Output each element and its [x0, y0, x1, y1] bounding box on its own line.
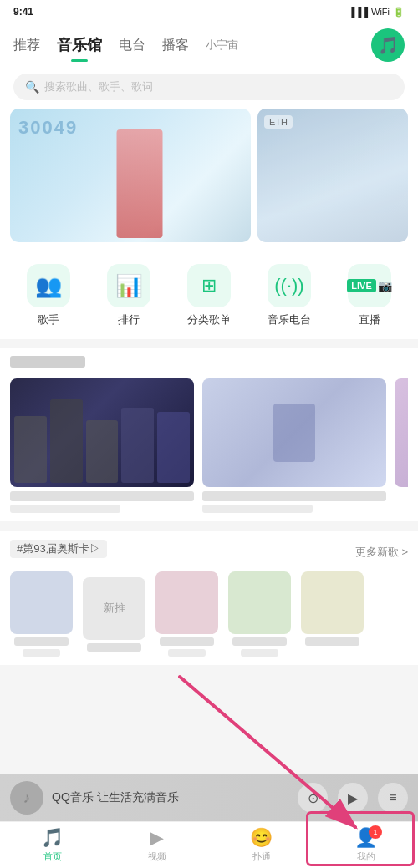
np-album-icon: ♪: [23, 789, 31, 807]
video-icon: ▶: [150, 827, 164, 849]
banner-tag: ETH: [264, 115, 293, 129]
nav-avatar[interactable]: 🎵: [371, 28, 405, 62]
status-time: 9:41: [13, 6, 33, 18]
video-thumb-2: [202, 378, 386, 487]
np-play-icon: ▶: [348, 790, 358, 806]
music-item-3[interactable]: [228, 571, 291, 657]
quick-icon-rank[interactable]: 📊 排行: [107, 264, 150, 327]
banner-main[interactable]: 30049: [10, 109, 251, 242]
top-nav: 推荐 音乐馆 电台 播客 小宇宙 🎵: [0, 23, 418, 67]
hashtag-label: #第93届奥斯卡▷: [10, 540, 107, 558]
fig-5: [157, 412, 190, 483]
rank-icon-circle: 📊: [107, 264, 150, 307]
music-thumb-2: [155, 571, 218, 634]
video-label: 视频: [148, 850, 166, 863]
np-play-button[interactable]: ▶: [338, 783, 368, 813]
video-sub-1-blurred: [10, 505, 120, 513]
banner-side-inner: ETH: [257, 109, 408, 242]
tab-video[interactable]: ▶ 视频: [104, 827, 209, 863]
quick-icon-music-radio[interactable]: ((·)) 音乐电台: [268, 264, 311, 327]
video-sub-2-blurred: [202, 505, 313, 513]
hashtag-section: #第93届奥斯卡▷ 更多新歌 > 新推: [0, 531, 418, 665]
playlist-icon: ⊞: [201, 275, 217, 297]
banner-figure: [117, 129, 163, 238]
music-radio-icon-circle: ((·)): [268, 264, 311, 307]
section-title-blurred: [10, 356, 85, 368]
music-item-new[interactable]: 新推: [83, 571, 145, 657]
music-label-3: [232, 637, 287, 646]
tab-boke[interactable]: 播客: [162, 33, 189, 58]
video-section: [0, 348, 418, 521]
music-thumb-1: [10, 571, 73, 634]
video-card-1-text: [10, 491, 194, 513]
fig-1: [14, 416, 47, 483]
section-divider-2: [0, 521, 418, 530]
tab-radio[interactable]: 电台: [119, 33, 145, 58]
np-queue-button[interactable]: ≡: [378, 783, 408, 813]
video-card-2[interactable]: [202, 378, 386, 513]
rank-label: 排行: [118, 312, 140, 327]
live-icon: LIVE: [347, 279, 375, 292]
music-sublabel-3: [241, 649, 278, 657]
section-divider-1: [0, 339, 418, 348]
home-icon: 🎵: [41, 827, 64, 849]
tab-putong[interactable]: 😊 扑通: [209, 827, 314, 863]
music-label-new: [87, 643, 141, 652]
tab-subtitle: 小宇宙: [206, 38, 238, 53]
music-label-4: [305, 637, 359, 646]
mine-badge-wrap: 👤 1: [354, 827, 377, 849]
now-playing-bar[interactable]: ♪ QQ音乐 让生活充满音乐 ⊙ ▶ ≡: [0, 774, 418, 821]
banner-overlay-text: 30049: [18, 117, 78, 139]
search-input-wrap[interactable]: 🔍 搜索歌曲、歌手、歌词: [13, 74, 405, 100]
music-radio-label: 音乐电台: [268, 312, 311, 327]
video-card-2-text: [202, 491, 386, 513]
tab-home[interactable]: 🎵 首页: [0, 827, 104, 863]
np-queue-icon: ≡: [389, 790, 396, 805]
np-title: QQ音乐 让生活充满音乐: [52, 790, 289, 805]
fig-2: [50, 399, 83, 483]
nav-tabs: 推荐 音乐馆 电台 播客 小宇宙: [13, 32, 238, 58]
music-label-2: [160, 637, 214, 646]
music-sublabel-1: [23, 649, 60, 657]
video-card-3[interactable]: [395, 378, 408, 513]
tab-recommend[interactable]: 推荐: [13, 33, 40, 58]
putong-icon: 😊: [250, 827, 273, 849]
quick-icon-live[interactable]: LIVE 📷 直播: [348, 264, 391, 327]
banner-main-inner: 30049: [10, 109, 251, 242]
music-radio-icon: ((·)): [274, 275, 303, 297]
banner-side[interactable]: ETH: [257, 109, 408, 242]
music-item-2[interactable]: [155, 571, 218, 657]
video-title-2-blurred: [202, 491, 386, 501]
fig-4: [121, 408, 154, 483]
fig-3: [86, 420, 119, 483]
banner-section: 30049 ETH: [0, 109, 418, 251]
bottom-tabs: 🎵 首页 ▶ 视频 😊 扑通 👤 1 我的: [0, 821, 418, 868]
quick-icon-singer[interactable]: 👥 歌手: [27, 264, 70, 327]
search-icon: 🔍: [25, 80, 39, 94]
singer-icon-circle: 👥: [27, 264, 70, 307]
video-figures-1: [10, 378, 194, 487]
music-thumb-new: 新推: [83, 577, 145, 640]
tab-music-hall[interactable]: 音乐馆: [57, 32, 102, 58]
search-placeholder: 搜索歌曲、歌手、歌词: [44, 79, 153, 94]
np-album: ♪: [10, 781, 43, 815]
video-card-1[interactable]: [10, 378, 194, 513]
tab-mine[interactable]: 👤 1 我的: [314, 827, 418, 863]
music-label-1: [14, 637, 69, 646]
avatar-icon: 🎵: [378, 35, 399, 55]
live-label: 直播: [359, 312, 380, 327]
music-item-4[interactable]: [301, 571, 364, 657]
search-bar: 🔍 搜索歌曲、歌手、歌词: [0, 67, 418, 109]
quick-icon-playlist[interactable]: ⊞ 分类歌单: [187, 264, 231, 327]
np-prev-icon: ⊙: [308, 790, 319, 806]
putong-label: 扑通: [252, 850, 271, 863]
music-thumb-4: [301, 571, 364, 634]
np-prev-button[interactable]: ⊙: [298, 783, 328, 813]
music-item-1[interactable]: [10, 571, 73, 657]
playlist-icon-circle: ⊞: [187, 264, 231, 307]
video-thumb-3: [395, 378, 408, 487]
singer-label: 歌手: [38, 312, 59, 327]
np-controls: ⊙ ▶ ≡: [298, 783, 408, 813]
banner-wrap: 30049 ETH: [10, 109, 408, 242]
more-new-songs[interactable]: 更多新歌 >: [355, 545, 408, 560]
